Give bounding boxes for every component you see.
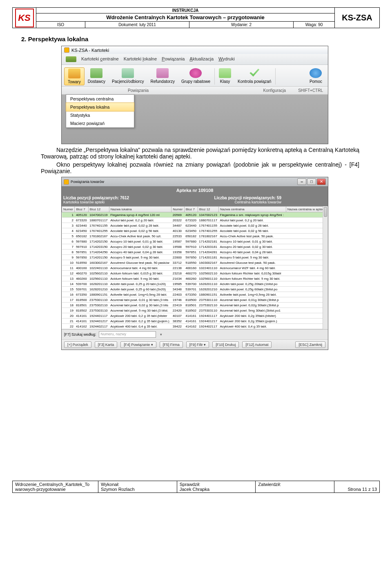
maximize-button[interactable]: □ [307, 178, 316, 185]
toolbar: Towary Dostawcy Pacjenci/odbiorcy Refund… [62, 65, 328, 87]
minimize-button[interactable]: ‒ [297, 178, 306, 185]
app-icon [64, 47, 69, 53]
app-code: KS-ZSA [334, 8, 379, 28]
table-row[interactable]: 14051201047002119Flegamina syrop 4 mg/5m… [62, 212, 328, 218]
table-row[interactable]: 166733501880901151Activelle tabl.powl. 1… [62, 292, 328, 297]
tb-kontrola[interactable]: Kontrola powiązań [234, 67, 274, 85]
dd-item-selected[interactable]: Perspektywa lokalna [66, 103, 134, 111]
tb-refund[interactable]: Refundatorzy [147, 67, 178, 85]
scrollbar[interactable] [323, 206, 328, 329]
dropdown-menu: Perspektywa centralna Perspektywa lokaln… [66, 94, 134, 128]
weight: Waga: 90 [294, 22, 334, 28]
table-row[interactable]: 95978501714201150Accupro 5 tabl.powl. 5 … [62, 255, 328, 260]
doc-footer: Wdrozenie_Centralnych_Kartotek_Towarowyc… [12, 481, 380, 493]
paragraph: Narzędzie „Perspektywa lokalna" pozwala … [41, 147, 359, 160]
menu-icon[interactable] [66, 56, 76, 62]
footer-button[interactable]: [F12] Automat [242, 341, 272, 348]
footer-button[interactable]: [F3] Karta [95, 341, 118, 348]
edition: Wydanie: 2 [189, 22, 294, 28]
table-row[interactable]: 56501821781802167Accu-Chek Active test p… [62, 234, 328, 239]
table-row[interactable]: 105185501603002167Accutrend Glucose test… [62, 260, 328, 265]
window-title: Powiązania towarów [71, 180, 104, 184]
table-row[interactable]: 134602601025601110Acidum folicum tabl. 5… [62, 276, 328, 281]
tb-towary[interactable]: Towary [64, 67, 85, 85]
menu-bar[interactable]: Kartoteki centralne Kartoteki lokalne Po… [62, 54, 328, 65]
tb-klasy[interactable]: Klasy [216, 67, 234, 85]
section-title: 2. Perspektywa lokalna [21, 36, 380, 42]
menu-item[interactable]: Aktualizacja [189, 56, 214, 62]
table-row[interactable]: 204141611924401117Acyklowir 200 tabl. 0,… [62, 313, 328, 319]
menu-item[interactable]: Powiązania [162, 56, 185, 62]
close-btn[interactable]: [ESC] Zamknij [295, 341, 325, 348]
table-row[interactable]: 36234401767401155Accolate tabl.powl. 0,0… [62, 223, 328, 228]
doc-title: Wdrożenie Centralnych Kartotek Towarowyc… [36, 13, 334, 22]
table-row[interactable]: 188185012375302110Acurenal tabl.powl. 0,… [62, 303, 328, 308]
menu-item[interactable]: Kartoteki lokalne [124, 56, 157, 62]
window-title: KS-ZSA - Kartoteki [71, 48, 109, 53]
table-row[interactable]: 26733201880701117Abutol tabl.powl. 0,2 g… [62, 218, 328, 223]
tb-pacjenci[interactable]: Pacjenci/odbiorcy [109, 67, 147, 85]
dd-item[interactable]: Perspektywa centralna [66, 95, 134, 103]
table-row[interactable]: 65978801714202150Accupro 10 tabl.powl. 0… [62, 239, 328, 244]
count-unlinked: Liczba pozycji niepowiązanych: 59 [214, 196, 282, 200]
table-row[interactable]: 46234501767401255Accolate tabl.powl. 0,0… [62, 228, 328, 234]
dd-item[interactable]: Statystyka [66, 111, 134, 119]
footer-button[interactable]: [F4] Powiązanie ▾ [120, 341, 156, 348]
table-row[interactable]: 114001601022401110Acenocumarol tabl. 4 m… [62, 265, 328, 271]
col-header[interactable]: Bloz 12 [88, 207, 109, 212]
search-label: [F7] Szukaj według: [64, 332, 96, 337]
table-row[interactable]: 198185022375303110Acurenal tabl.powl. 5 … [62, 308, 328, 313]
tb-pomoc[interactable]: Pomoc [306, 67, 325, 85]
sub-label: SHIFT+CTRL [298, 88, 323, 93]
screenshot-kartoteki: KS-ZSA - Kartoteki Kartoteki centralne K… [61, 46, 328, 144]
instr-label: INSTRUKCJA [36, 8, 334, 13]
tb-grupy[interactable]: Grupy rabatowe [178, 67, 214, 85]
menu-item[interactable]: Wydruki [218, 56, 235, 62]
subtitle: Kartoteka towarów apteki [63, 200, 105, 204]
table-row[interactable]: 214141611924401217Acyklowir 200 tabl. 0,… [62, 319, 328, 324]
iso-label: ISO [36, 22, 85, 28]
sub-label: Konfiguracja [263, 88, 286, 93]
col-header[interactable]: Numer [62, 207, 75, 212]
screenshot-powiazania: Powiązania towarów ‒ □ ✕ Apteka nr 10910… [61, 177, 328, 350]
col-header[interactable]: Bloz 7 [75, 207, 88, 212]
page-number: Strona 11 z 13 [334, 481, 379, 493]
footer-button[interactable]: [F10] Drukuj [212, 341, 239, 348]
col-header[interactable]: Bloz 7 [184, 207, 198, 212]
col-header[interactable]: Nazwa lokalna [109, 207, 172, 212]
sub-label: Powiązania [128, 88, 149, 93]
menu-item[interactable]: Kartoteki centralne [81, 56, 119, 62]
count-linked: Liczba pozycji powiązanych: 7612 [63, 196, 129, 200]
col-header[interactable]: Numer [172, 207, 184, 212]
col-header[interactable]: Nazwa centralna [219, 207, 286, 212]
subtitle: Centralna kartoteka towarów [234, 200, 281, 204]
table-row[interactable]: 85978511714204250Accupro 40 tabl.powl. 0… [62, 250, 328, 255]
col-header[interactable]: Nazwa centralna w aptece [286, 207, 327, 212]
table-row[interactable]: 75979101714203150Accupro 20 tabl.powl. 0… [62, 244, 328, 250]
apteka-header: Apteka nr 109108 [62, 186, 328, 194]
app-icon [64, 179, 69, 185]
table-row[interactable]: 124602701025602110Acidum folicum tabl. 0… [62, 271, 328, 276]
footer-button[interactable]: [+] Porządek [64, 341, 91, 348]
tb-dostawcy[interactable]: Dostawcy [85, 67, 109, 85]
paragraph: Okno perspektywy lokalnej pozwala równie… [41, 161, 359, 174]
table-row[interactable]: 155397011628201210Aclotin tabl.powl. 0,2… [62, 287, 328, 292]
ks-logo [15, 9, 34, 27]
table-row[interactable]: 178185002375301110Acurenal tabl.powl. 0,… [62, 297, 328, 303]
footer-button[interactable]: [F9] Filtr ▾ [186, 341, 209, 348]
search-input[interactable]: Numeru, nazwy [99, 331, 156, 338]
doc-header: INSTRUKCJA Wdrożenie Centralnych Kartote… [12, 7, 380, 28]
doc-date: Dokument: luty 2011 [85, 22, 189, 28]
footer-button[interactable]: [F5] Firma [160, 341, 183, 348]
table-row[interactable]: 145397001628201110Aclotin tabl.powl. 0,2… [62, 281, 328, 287]
dd-item[interactable]: Macierz powiązań [66, 119, 134, 127]
col-header[interactable]: Bloz 12 [198, 207, 218, 212]
data-table: NumerBloz 7Bloz 12Nazwa lokalnaNumerBloz… [62, 206, 328, 329]
table-row[interactable]: 224141621924402117Acyklowir 400 tabl. 0,… [62, 324, 328, 329]
close-button[interactable]: ✕ [317, 178, 326, 185]
